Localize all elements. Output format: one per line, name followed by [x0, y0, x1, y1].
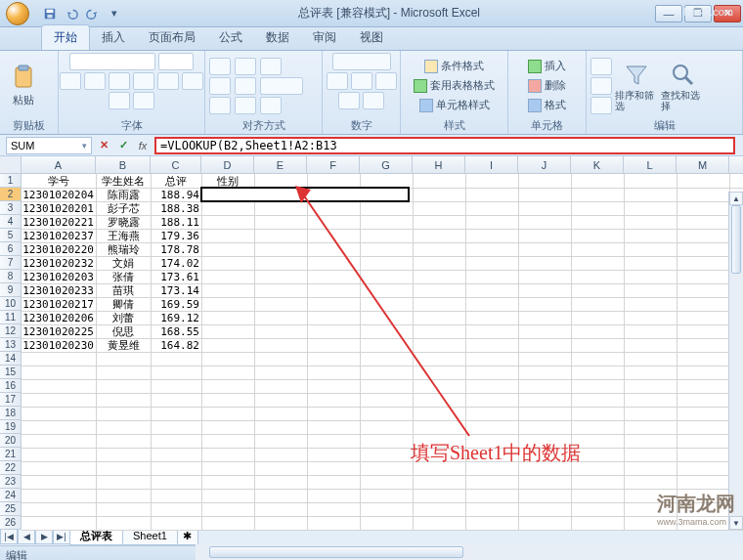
- cell[interactable]: 熊瑞玲: [96, 242, 151, 256]
- cell[interactable]: 12301020206: [22, 311, 96, 324]
- cancel-formula-button[interactable]: ✕: [96, 138, 111, 153]
- cell[interactable]: 12301020221: [22, 215, 96, 229]
- col-header-E[interactable]: E: [254, 156, 307, 173]
- align-top-button[interactable]: [209, 58, 231, 75]
- qat-dropdown-icon[interactable]: ▾: [106, 5, 123, 22]
- insert-cells-button[interactable]: 插入: [526, 58, 568, 75]
- paste-button[interactable]: 粘贴: [4, 56, 43, 116]
- col-header-F[interactable]: F: [307, 156, 360, 173]
- cell[interactable]: 173.61: [151, 270, 201, 283]
- row-header-4[interactable]: 4: [0, 215, 22, 229]
- col-header-H[interactable]: H: [413, 156, 465, 173]
- row-header-17[interactable]: 17: [0, 393, 22, 407]
- cell[interactable]: 169.59: [151, 297, 201, 311]
- row-header-19[interactable]: 19: [0, 420, 22, 434]
- comma-button[interactable]: [375, 72, 397, 90]
- col-header-L[interactable]: L: [624, 156, 677, 173]
- row-header-21[interactable]: 21: [0, 448, 22, 461]
- font-size-combo[interactable]: [158, 53, 194, 70]
- orientation-button[interactable]: [260, 97, 282, 114]
- cell[interactable]: 彭子芯: [96, 201, 151, 215]
- cell[interactable]: 179.36: [151, 229, 201, 242]
- editing-cell[interactable]: =VLOOKUP(B2,Sheet1!A2:B13: [201, 188, 397, 201]
- tab-视图[interactable]: 视图: [348, 25, 395, 50]
- insert-function-button[interactable]: fx: [135, 138, 151, 153]
- align-right-button[interactable]: [235, 97, 256, 114]
- autosum-button[interactable]: [590, 58, 612, 75]
- cell[interactable]: 王海燕: [96, 229, 151, 242]
- row-header-1[interactable]: 1: [0, 174, 22, 188]
- cell[interactable]: 168.55: [151, 324, 201, 338]
- cell-styles-button[interactable]: 单元格样式: [417, 97, 492, 114]
- sort-filter-button[interactable]: 排序和筛选: [615, 56, 658, 116]
- col-header-A[interactable]: A: [22, 156, 96, 173]
- cell[interactable]: 178.78: [151, 242, 201, 256]
- bold-button[interactable]: [60, 72, 81, 90]
- cell[interactable]: 罗晓露: [96, 215, 151, 229]
- row-header-2[interactable]: 2: [0, 188, 22, 201]
- col-header-C[interactable]: C: [151, 156, 201, 173]
- name-box[interactable]: SUM▾: [6, 137, 92, 154]
- currency-button[interactable]: [327, 72, 348, 90]
- find-select-button[interactable]: 查找和选择: [661, 56, 704, 116]
- row-header-15[interactable]: 15: [0, 366, 22, 379]
- office-button[interactable]: [0, 0, 35, 27]
- enter-formula-button[interactable]: ✓: [115, 138, 131, 153]
- cell[interactable]: 164.82: [151, 338, 201, 352]
- tab-公式[interactable]: 公式: [207, 25, 254, 50]
- italic-button[interactable]: [84, 72, 106, 90]
- col-header-J[interactable]: J: [518, 156, 571, 173]
- cell[interactable]: 12301020237: [22, 229, 96, 242]
- cell[interactable]: 张倩: [96, 270, 151, 283]
- row-header-16[interactable]: 16: [0, 379, 22, 393]
- cell[interactable]: 文娟: [96, 256, 151, 270]
- cell[interactable]: 173.14: [151, 283, 201, 297]
- row-header-9[interactable]: 9: [0, 283, 22, 297]
- cell[interactable]: 12301020220: [22, 242, 96, 256]
- row-header-23[interactable]: 23: [0, 475, 22, 489]
- fill-color-button[interactable]: [157, 72, 179, 90]
- cell[interactable]: 总评: [151, 174, 201, 188]
- merge-center-button[interactable]: [260, 77, 303, 95]
- cell-grid[interactable]: 学号学生姓名总评性别12301020204陈雨露188.94=VLOOKUP(B…: [22, 174, 743, 530]
- undo-icon[interactable]: [63, 5, 80, 22]
- shrink-font-button[interactable]: [133, 92, 154, 109]
- vertical-scroll-thumb[interactable]: [731, 205, 741, 274]
- save-icon[interactable]: [41, 5, 59, 22]
- cell[interactable]: 188.11: [151, 215, 201, 229]
- col-header-D[interactable]: D: [201, 156, 254, 173]
- cell[interactable]: 12301020230: [22, 338, 96, 352]
- redo-icon[interactable]: [84, 5, 102, 22]
- percent-button[interactable]: [351, 72, 372, 90]
- col-header-K[interactable]: K: [571, 156, 624, 173]
- cell[interactable]: 12301020204: [22, 188, 96, 201]
- tab-数据[interactable]: 数据: [254, 25, 301, 50]
- cell[interactable]: 学生姓名: [96, 174, 151, 188]
- row-header-18[interactable]: 18: [0, 407, 22, 420]
- fill-button[interactable]: [590, 77, 612, 95]
- row-header-5[interactable]: 5: [0, 229, 22, 242]
- cell[interactable]: 12301020217: [22, 297, 96, 311]
- cell[interactable]: 188.94: [151, 188, 201, 201]
- row-header-24[interactable]: 24: [0, 489, 22, 502]
- align-center-button[interactable]: [235, 77, 256, 95]
- cell[interactable]: 188.38: [151, 201, 201, 215]
- cell[interactable]: 12301020201: [22, 201, 96, 215]
- select-all-corner[interactable]: [0, 156, 22, 174]
- border-button[interactable]: [133, 72, 154, 90]
- format-as-table-button[interactable]: 套用表格格式: [412, 77, 497, 95]
- row-header-13[interactable]: 13: [0, 338, 22, 352]
- cell[interactable]: 性别: [201, 174, 254, 188]
- horizontal-scroll-thumb[interactable]: [209, 546, 463, 558]
- cell[interactable]: 倪思: [96, 324, 151, 338]
- cell[interactable]: 12301020232: [22, 256, 96, 270]
- cell[interactable]: 刘蕾: [96, 311, 151, 324]
- decrease-decimal-button[interactable]: [363, 92, 384, 109]
- cell[interactable]: 12301020233: [22, 283, 96, 297]
- cell[interactable]: 卿倩: [96, 297, 151, 311]
- col-header-B[interactable]: B: [96, 156, 151, 173]
- tab-开始[interactable]: 开始: [41, 24, 90, 50]
- vertical-scrollbar[interactable]: ▲ ▼: [728, 192, 743, 530]
- row-header-3[interactable]: 3: [0, 201, 22, 215]
- number-format-combo[interactable]: [332, 53, 391, 70]
